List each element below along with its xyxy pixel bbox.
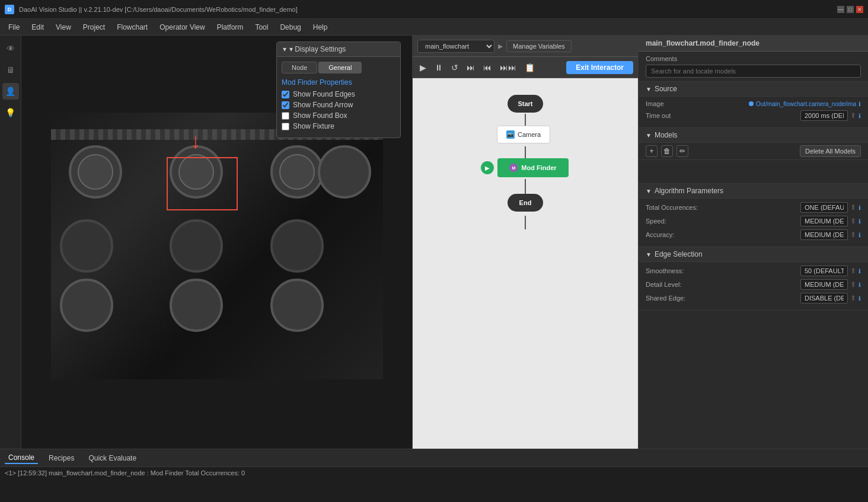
source-timeout-input[interactable] — [800, 110, 848, 121]
manage-variables-button[interactable]: Manage Variables — [506, 40, 572, 52]
maximize-button[interactable]: □ — [847, 6, 854, 13]
menu-edit[interactable]: Edit — [25, 21, 50, 34]
flowchart-dropdown[interactable]: main_flowchart — [417, 40, 494, 53]
source-timeout-value-container: ⬆ ℹ — [800, 110, 861, 121]
title-bar-text: DaoAI Vision Studio || v.2.21.10-dev [C:… — [19, 6, 298, 13]
display-settings-toggle-icon: ▾ — [283, 45, 286, 53]
models-empty-area — [639, 160, 868, 184]
edge-detail-input[interactable] — [800, 279, 848, 290]
step-prev-button[interactable]: ⏮ — [481, 62, 494, 73]
source-arrow-icon: ▼ — [646, 86, 652, 92]
sidebar-icon-eye[interactable]: 👁 — [2, 40, 19, 57]
comments-label: Comments — [646, 55, 861, 62]
node-mod-finder-container: ▶ M Mod Finder — [481, 158, 569, 177]
checkbox-show-found-box: Show Found Box — [282, 111, 395, 120]
menu-view[interactable]: View — [50, 21, 77, 34]
menu-operator-view[interactable]: Operator View — [154, 21, 210, 34]
edge-smoothness-value-container: ⬆ ℹ — [800, 266, 861, 276]
algorithm-accuracy-label: Accuracy: — [646, 231, 674, 238]
checkbox-show-found-edges-label: Show Found Edges — [293, 90, 355, 98]
sidebar-icon-lightbulb[interactable]: 💡 — [2, 104, 19, 121]
node-camera-rect: 📷 Camera — [497, 126, 550, 143]
minimize-button[interactable]: — — [837, 6, 844, 13]
menu-flowchart[interactable]: Flowchart — [111, 21, 154, 34]
tab-recipes[interactable]: Recipes — [45, 453, 78, 463]
node-mod-finder-play[interactable]: ▶ — [481, 161, 494, 174]
node-end[interactable]: End — [508, 194, 543, 212]
checkbox-show-found-box-label: Show Found Box — [293, 111, 347, 120]
node-camera[interactable]: 📷 Camera — [497, 126, 550, 143]
checkbox-show-fixture-input[interactable] — [282, 123, 289, 130]
models-add-button[interactable]: + — [646, 145, 658, 157]
algorithm-occurrences-input[interactable] — [800, 202, 848, 213]
source-timeout-info-icon: ℹ — [859, 113, 861, 119]
menu-help[interactable]: Help — [307, 21, 334, 34]
algorithm-section-header[interactable]: ▼ Algorithm Parameters — [639, 184, 868, 199]
edge-shared-input[interactable] — [800, 293, 848, 303]
play-button[interactable]: ▶ — [417, 62, 429, 73]
red-arrow: ↓ — [190, 130, 201, 152]
algorithm-occurrences-value-container: ⬆ ℹ — [800, 202, 861, 213]
sidebar-icon-person[interactable]: 👤 — [2, 83, 19, 100]
gear-8 — [60, 279, 113, 332]
checkbox-show-found-arrow-input[interactable] — [282, 101, 289, 109]
edge-section-body: Smoothness: ⬆ ℹ Detail Level: ⬆ ℹ Shared… — [639, 262, 868, 311]
algorithm-accuracy-row: Accuracy: ⬆ ℹ — [646, 229, 861, 240]
detection-box — [167, 157, 238, 210]
menu-file[interactable]: File — [2, 21, 25, 34]
node-end-label: End — [508, 194, 543, 212]
edge-detail-value-container: ⬆ ℹ — [800, 279, 861, 290]
edge-smoothness-info-icon: ℹ — [859, 268, 861, 274]
fast-fwd-button[interactable]: ⏭⏭ — [497, 62, 519, 73]
models-delete-all-button[interactable]: Delete All Models — [800, 145, 861, 157]
right-panel-title: main_flowchart.mod_finder_node — [639, 36, 868, 52]
tab-node[interactable]: Node — [282, 62, 317, 73]
close-button[interactable]: ✕ — [856, 6, 863, 13]
source-image-dot — [749, 101, 754, 106]
tab-console[interactable]: Console — [5, 452, 38, 464]
console-tabs-bar: Console Recipes Quick Evaluate — [0, 449, 868, 466]
source-section-body: Image Out/main_flowchart.camera_node/ima… — [639, 97, 868, 128]
step-fwd-button[interactable]: ⏭ — [464, 62, 477, 73]
title-bar-left: D DaoAI Vision Studio || v.2.21.10-dev [… — [5, 5, 298, 14]
menu-project[interactable]: Project — [77, 21, 111, 34]
comments-search-input[interactable] — [646, 65, 861, 78]
menu-tool[interactable]: Tool — [249, 21, 274, 34]
comments-area: Comments — [639, 52, 868, 82]
machine-img-inner: ↓ — [51, 113, 383, 379]
source-section-header[interactable]: ▼ Source — [639, 82, 868, 97]
source-image-value: Out/main_flowchart.camera_node/ima — [756, 101, 856, 107]
title-bar-controls[interactable]: — □ ✕ — [837, 6, 863, 13]
console-content: <1> [12:59:32] main_flowchart.mod_finder… — [0, 467, 868, 502]
edge-section-header[interactable]: ▼ Edge Selection — [639, 247, 868, 262]
algorithm-speed-input[interactable] — [800, 216, 848, 226]
tab-quick-evaluate[interactable]: Quick Evaluate — [85, 453, 140, 463]
sidebar-icon-monitor[interactable]: 🖥 — [2, 62, 19, 78]
algorithm-accuracy-input[interactable] — [800, 229, 848, 240]
models-delete-button[interactable]: 🗑 — [661, 145, 673, 157]
exit-interactor-button[interactable]: Exit Interactor — [566, 61, 633, 74]
edge-smoothness-input[interactable] — [800, 266, 848, 276]
node-start[interactable]: Start — [508, 95, 543, 113]
menu-debug[interactable]: Debug — [274, 21, 307, 34]
source-image-info-icon: ℹ — [859, 101, 861, 107]
pause-button[interactable]: ⏸ — [432, 62, 445, 73]
gear-9 — [170, 279, 223, 332]
machine-image-canvas: ↓ — [51, 113, 383, 379]
edge-detail-info-icon: ℹ — [859, 282, 861, 288]
edge-shared-value-container: ⬆ ℹ — [800, 293, 861, 303]
gear-3 — [270, 145, 324, 199]
display-settings-header[interactable]: ▾ ▾ Display Settings — [277, 42, 400, 57]
models-section-header[interactable]: ▼ Models — [639, 128, 868, 143]
menu-platform[interactable]: Platform — [211, 21, 250, 34]
tab-general[interactable]: General — [318, 62, 362, 73]
checkbox-show-found-edges-input[interactable] — [282, 91, 289, 98]
display-settings-title: ▾ Display Settings — [289, 45, 346, 53]
clipboard-button[interactable]: 📋 — [522, 62, 537, 73]
edge-detail-label: Detail Level: — [646, 281, 682, 288]
reset-button[interactable]: ↺ — [449, 62, 461, 73]
algorithm-accuracy-info-icon: ℹ — [859, 232, 861, 238]
models-edit-button[interactable]: ✏ — [676, 145, 688, 157]
node-mod-finder[interactable]: M Mod Finder — [497, 158, 569, 177]
checkbox-show-found-box-input[interactable] — [282, 112, 289, 120]
